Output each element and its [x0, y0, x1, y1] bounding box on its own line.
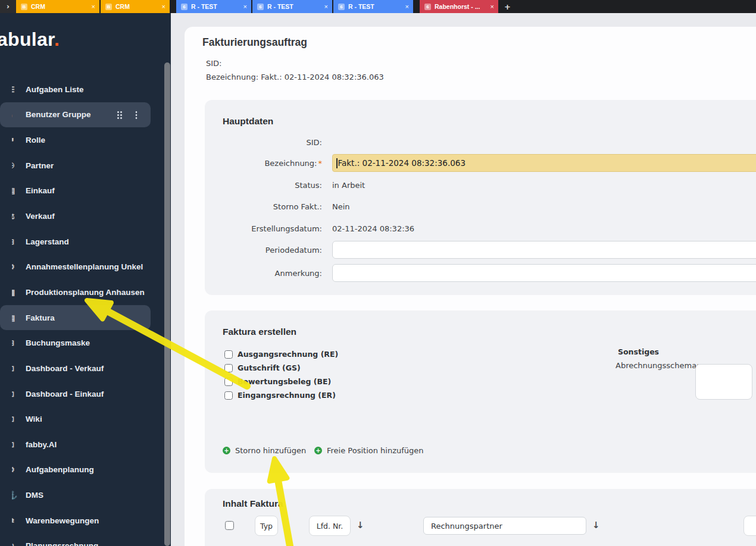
- sidebar-item-aufgaben-liste[interactable]: ☰Aufgaben Liste: [0, 77, 171, 102]
- sidebar-item-rolle[interactable]: ⚑Rolle: [0, 127, 171, 153]
- sid-label: SID:: [205, 138, 322, 147]
- eingangsrechnung-checkbox[interactable]: [224, 391, 233, 400]
- sort-descending-icon[interactable]: ↓: [592, 520, 600, 531]
- browser-tab-crm-2[interactable]: B CRM ×: [101, 0, 170, 13]
- sidebar-item-label: DMS: [26, 491, 43, 500]
- tab-title: R - TEST: [191, 3, 240, 10]
- bewertungsbeleg-checkbox[interactable]: [224, 378, 233, 386]
- anmerkung-label: Anmerkung:: [205, 269, 322, 278]
- rechnungspartner-filter-input[interactable]: Rechnungspartner: [423, 517, 586, 535]
- checkbox-label: Gutschrift (GS): [238, 363, 301, 372]
- sidebar-item-wiki[interactable]: ⊡Wiki: [0, 406, 171, 432]
- invoice-icon: ▤: [12, 313, 18, 322]
- plus-icon: +: [223, 447, 230, 454]
- close-icon[interactable]: ×: [162, 3, 165, 10]
- lfd-nr-column-button[interactable]: Lfd. Nr.: [309, 516, 351, 536]
- sidebar-item-benutzer-gruppe[interactable]: ⌂Benutzer Gruppe: [0, 102, 151, 128]
- sidebar-item-dashboard-verkauf[interactable]: ⊡Dashboard - Verkauf: [0, 356, 171, 381]
- gutschrift-checkbox[interactable]: [224, 364, 233, 372]
- bezeichnung-input[interactable]: Fakt.: 02-11-2024 08:32:36.063: [332, 154, 756, 172]
- link-label: Storno hinzufügen: [235, 446, 306, 455]
- sales-icon: ⚖: [12, 212, 18, 221]
- close-icon[interactable]: ×: [324, 3, 328, 10]
- sidebar-item-label: Partner: [26, 161, 54, 170]
- add-storno-link[interactable]: +Storno hinzufügen: [223, 446, 306, 455]
- page-title: Fakturierungsauftrag: [202, 36, 307, 49]
- add-freie-position-link[interactable]: +Freie Position hinzufügen: [314, 446, 424, 455]
- sidebar-item-verkauf[interactable]: ⚖Verkauf: [0, 203, 171, 229]
- sidebar-item-warenbewegungen[interactable]: ⇄Warenbewegungen: [0, 508, 171, 534]
- sidebar-item-label: Annahmestellenplanung Unkel: [26, 262, 143, 271]
- close-icon[interactable]: ×: [491, 3, 494, 10]
- browser-tab-crm-1[interactable]: B CRM ×: [16, 0, 99, 13]
- storno-fakt-value: Nein: [332, 202, 350, 211]
- tab-title: R - TEST: [267, 3, 321, 10]
- sidebar-item-dashboard-einkauf[interactable]: ⊡Dashboard - Einkauf: [0, 381, 171, 407]
- checkbox-label: Bewertungsbeleg (BE): [238, 377, 331, 386]
- sidebar-item-fabby-ai[interactable]: ⊡fabby.AI: [0, 432, 171, 457]
- sidebar-item-planungsrechnung[interactable]: ↻Planungsrechnung: [0, 534, 171, 546]
- close-icon[interactable]: ×: [92, 3, 95, 10]
- sidebar-item-label: Planungsrechnung: [26, 541, 98, 546]
- sort-descending-icon[interactable]: ↓: [357, 520, 364, 531]
- select-all-checkbox[interactable]: [225, 521, 234, 530]
- sidebar-item-label: Verkauf: [26, 212, 55, 221]
- storno-fakt-label: Storno Fakt.:: [205, 202, 322, 211]
- new-tab-button[interactable]: +: [499, 0, 516, 13]
- browser-tab-rtest-2[interactable]: 6 R - TEST ×: [252, 0, 332, 13]
- sidebar-item-produktionsplanung[interactable]: ▦Produktionsplanung Anhausen: [0, 280, 171, 305]
- booking-icon: ⊞: [12, 338, 18, 347]
- status-label: Status:: [205, 181, 322, 190]
- link-label: Freie Position hinzufügen: [327, 446, 424, 455]
- favicon-b: B: [21, 4, 27, 10]
- favicon-6: 6: [181, 4, 188, 10]
- typ-column-button[interactable]: Typ: [255, 516, 278, 536]
- erstellungsdatum-label: Erstellungsdatum:: [205, 224, 322, 233]
- stock-icon: ⊟: [12, 237, 18, 246]
- browser-tab-rtest-1[interactable]: 6 R - TEST ×: [176, 0, 251, 13]
- periodedatum-input[interactable]: [332, 241, 756, 259]
- kebab-menu-icon[interactable]: [135, 111, 138, 119]
- card-title: Hauptdaten: [223, 116, 273, 127]
- status-value: in Arbeit: [332, 181, 365, 190]
- drag-handle-icon[interactable]: [117, 111, 123, 119]
- tab-scroll-chevron-icon[interactable]: ›: [0, 0, 16, 13]
- sidebar-item-lagerstand[interactable]: ⊟Lagerstand: [0, 229, 171, 255]
- sidebar-item-annahmestellenplanung[interactable]: ⚙Annahmestellenplanung Unkel: [0, 254, 171, 280]
- inhalt-faktura-card: Inhalt Faktura Typ Lfd. Nr. ↓ Rechnungsp…: [205, 489, 756, 546]
- sidebar-item-faktura[interactable]: ▤Faktura: [0, 305, 151, 331]
- sidebar-item-buchungsmaske[interactable]: ⊞Buchungsmaske: [0, 330, 171, 356]
- dashboard-icon: ⊡: [12, 364, 18, 373]
- sidebar-item-einkauf[interactable]: ▤Einkauf: [0, 178, 171, 204]
- sidebar-item-aufgabenplanung[interactable]: ⚙Aufgabenplanung: [0, 457, 171, 483]
- abrechnungsschema-input[interactable]: [695, 364, 752, 400]
- browser-tab-rtest-3[interactable]: 6 R - TEST ×: [333, 0, 413, 13]
- purchase-icon: ▤: [12, 186, 18, 195]
- close-icon[interactable]: ×: [405, 3, 409, 10]
- sidebar-item-label: Dashboard - Verkauf: [26, 364, 104, 373]
- sidebar-scrollbar[interactable]: [164, 62, 170, 546]
- sidebar-item-label: Produktionsplanung Anhausen: [26, 288, 145, 297]
- sidebar-menu: ☰Aufgaben Liste ⌂Benutzer Gruppe ⚑Rolle …: [0, 77, 171, 546]
- header-sid-line: SID:: [206, 59, 221, 68]
- sidebar-item-dms[interactable]: ⚓DMS: [0, 482, 171, 508]
- goods-movement-icon: ⇄: [12, 516, 18, 525]
- periodedatum-label: Periodedatum:: [205, 246, 322, 255]
- checkbox-row-gutschrift: Gutschrift (GS): [224, 363, 301, 372]
- sidebar-item-label: Aufgaben Liste: [26, 85, 84, 94]
- calculation-icon: ↻: [12, 541, 18, 546]
- browser-tab-rabenhorst[interactable]: 6 Rabenhorst - ... ×: [420, 0, 498, 13]
- partner-icon: ⚇: [12, 161, 18, 170]
- browser-tab-bar: › B CRM × B CRM × 6 R - TEST × 6 R - TES…: [0, 0, 756, 13]
- partial-column-button[interactable]: [743, 516, 756, 536]
- close-icon[interactable]: ×: [243, 3, 247, 10]
- ausgangsrechnung-checkbox[interactable]: [224, 350, 233, 359]
- faktura-erstellen-card: Faktura erstellen Ausgangsrechnung (RE) …: [205, 310, 756, 473]
- checkbox-row-ausgangsrechnung: Ausgangsrechnung (RE): [224, 350, 338, 359]
- sidebar-item-label: Einkauf: [26, 186, 55, 195]
- favicon-6: 6: [338, 4, 345, 10]
- anmerkung-input[interactable]: [332, 264, 756, 282]
- favicon-6: 6: [257, 4, 264, 10]
- card-title: Inhalt Faktura: [223, 498, 283, 509]
- sidebar-item-partner[interactable]: ⚇Partner: [0, 153, 171, 178]
